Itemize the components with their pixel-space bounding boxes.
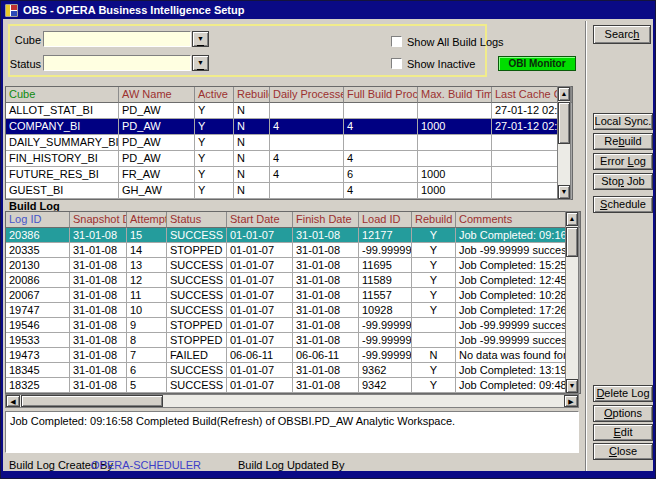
title-bar[interactable]: OBS - OPERA Business Intelligence Setup xyxy=(1,1,655,19)
cell[interactable]: Attempt xyxy=(127,212,167,228)
cell[interactable]: 01-01-07 xyxy=(227,303,293,318)
cell[interactable]: 20067 xyxy=(6,288,70,303)
cell[interactable]: STOPPED xyxy=(167,333,227,348)
cell[interactable]: Max. Build Time xyxy=(418,87,492,103)
cell[interactable]: 4 xyxy=(344,151,418,167)
cell[interactable]: Comments xyxy=(456,212,580,228)
cube-header-row[interactable]: CubeAW NameActiveRebuildDaily ProcessesF… xyxy=(6,87,572,103)
cell[interactable]: STOPPED xyxy=(167,318,227,333)
cell[interactable] xyxy=(412,318,456,333)
cell[interactable]: 20335 xyxy=(6,243,70,258)
scroll-left-icon[interactable]: ◀ xyxy=(6,395,20,407)
cell[interactable]: 9362 xyxy=(359,363,412,378)
cell[interactable]: 31-01-08 xyxy=(70,318,127,333)
cell[interactable]: AW Name xyxy=(119,87,195,103)
show-all-build-logs-checkbox[interactable] xyxy=(391,36,402,47)
cell[interactable]: Snapshot Date xyxy=(70,212,127,228)
cell[interactable]: Status xyxy=(167,212,227,228)
cell[interactable]: N xyxy=(234,135,270,151)
cell[interactable]: SUCCESS xyxy=(167,363,227,378)
build-log-row[interactable]: 1954631-01-089STOPPED01-01-0731-01-08-99… xyxy=(6,318,580,333)
cell[interactable] xyxy=(270,183,344,199)
cell[interactable]: 1000 xyxy=(418,183,492,199)
cell[interactable]: DAILY_SUMMARY_BI xyxy=(6,135,119,151)
cell[interactable]: Y xyxy=(195,135,234,151)
cell[interactable]: 20386 xyxy=(6,228,70,243)
cell[interactable]: 01-01-07 xyxy=(227,363,293,378)
cell[interactable]: 11695 xyxy=(359,258,412,273)
build-log-row[interactable]: 1834531-01-086SUCCESS01-01-0731-01-08936… xyxy=(6,363,580,378)
cell[interactable]: 7 xyxy=(127,348,167,363)
cell[interactable]: 31-01-08 xyxy=(293,318,359,333)
cell[interactable]: 18345 xyxy=(6,363,70,378)
cell[interactable]: 8 xyxy=(127,333,167,348)
cell[interactable]: Job Completed: 09:16:58 C xyxy=(456,228,580,243)
cell[interactable]: -99.99999 xyxy=(359,243,412,258)
cell[interactable]: Y xyxy=(412,288,456,303)
cell[interactable]: Job Completed: 12:45:17 C xyxy=(456,273,580,288)
scroll-down-icon[interactable]: ▼ xyxy=(558,185,570,199)
cell[interactable]: N xyxy=(234,183,270,199)
error-log-button[interactable]: Error Log xyxy=(593,153,653,170)
cell[interactable] xyxy=(412,333,456,348)
cell[interactable]: 6 xyxy=(127,363,167,378)
cell[interactable] xyxy=(270,103,344,119)
close-button[interactable]: Close xyxy=(593,443,653,460)
log-hscroll-thumb[interactable] xyxy=(21,395,163,407)
cell[interactable]: Y xyxy=(412,258,456,273)
options-button[interactable]: Options xyxy=(593,405,653,422)
build-log-vscrollbar[interactable]: ▲ ▼ xyxy=(565,211,579,394)
cell[interactable]: 01-01-07 xyxy=(227,288,293,303)
cell[interactable]: SUCCESS xyxy=(167,258,227,273)
cell[interactable]: FR_AW xyxy=(119,167,195,183)
cell[interactable]: FUTURE_RES_BI xyxy=(6,167,119,183)
cell[interactable]: Job -99.99999 successfully xyxy=(456,243,580,258)
cell[interactable]: 31-01-08 xyxy=(70,348,127,363)
cell[interactable]: 11 xyxy=(127,288,167,303)
search-button[interactable]: Search xyxy=(593,25,651,44)
cell[interactable]: 20086 xyxy=(6,273,70,288)
build-log-row[interactable]: 1947331-01-087FAILED06-06-1106-06-11-99.… xyxy=(6,348,580,363)
cell[interactable]: Rebuild xyxy=(412,212,456,228)
schedule-button[interactable]: Schedule xyxy=(593,196,653,213)
cell[interactable]: 19473 xyxy=(6,348,70,363)
cell[interactable]: SUCCESS xyxy=(167,378,227,393)
cell[interactable]: Cube xyxy=(6,87,119,103)
cell[interactable]: 06-06-11 xyxy=(293,348,359,363)
cell[interactable]: 31-01-08 xyxy=(293,228,359,243)
build-log-row[interactable]: 1974731-01-0810SUCCESS01-01-0731-01-0810… xyxy=(6,303,580,318)
cell[interactable]: FAILED xyxy=(167,348,227,363)
cell[interactable]: 6 xyxy=(344,167,418,183)
cell[interactable]: STOPPED xyxy=(167,243,227,258)
cell[interactable]: 31-01-08 xyxy=(293,258,359,273)
cube-table-row[interactable]: COMPANY_BIPD_AWYN44100027-01-12 02:05 PM xyxy=(6,119,572,135)
cell[interactable]: 31-01-08 xyxy=(293,333,359,348)
cell[interactable]: Job Completed: 13:19:01 C xyxy=(456,363,580,378)
cell[interactable]: 31-01-08 xyxy=(70,363,127,378)
cell[interactable]: 31-01-08 xyxy=(70,243,127,258)
cell[interactable]: 4 xyxy=(344,183,418,199)
build-log-row[interactable]: 2006731-01-0811SUCCESS01-01-0731-01-0811… xyxy=(6,288,580,303)
cell[interactable] xyxy=(344,135,418,151)
cube-table-row[interactable]: FIN_HISTORY_BIPD_AWYN44 xyxy=(6,151,572,167)
cell[interactable]: Y xyxy=(195,151,234,167)
cell[interactable]: 4 xyxy=(270,167,344,183)
build-log-row[interactable]: 2013031-01-0813SUCCESS01-01-0731-01-0811… xyxy=(6,258,580,273)
cube-dropdown-input[interactable] xyxy=(43,31,191,47)
cell[interactable]: SUCCESS xyxy=(167,273,227,288)
comment-box[interactable]: Job Completed: 09:16:58 Completed Build(… xyxy=(5,411,579,453)
cell[interactable]: -99.99999 xyxy=(359,318,412,333)
cell[interactable]: GH_AW xyxy=(119,183,195,199)
cell[interactable]: 31-01-08 xyxy=(70,273,127,288)
cell[interactable]: 31-01-08 xyxy=(293,363,359,378)
cell[interactable]: 31-01-08 xyxy=(293,243,359,258)
cell[interactable]: Y xyxy=(195,167,234,183)
cell[interactable]: 11557 xyxy=(359,288,412,303)
cell[interactable]: 31-01-08 xyxy=(70,228,127,243)
cell[interactable]: 1000 xyxy=(418,167,492,183)
cell[interactable]: 12177 xyxy=(359,228,412,243)
cell[interactable]: Job Completed: 10:28:10 C xyxy=(456,288,580,303)
cell[interactable]: 01-01-07 xyxy=(227,318,293,333)
cell[interactable]: 19546 xyxy=(6,318,70,333)
cell[interactable]: 01-01-07 xyxy=(227,273,293,288)
